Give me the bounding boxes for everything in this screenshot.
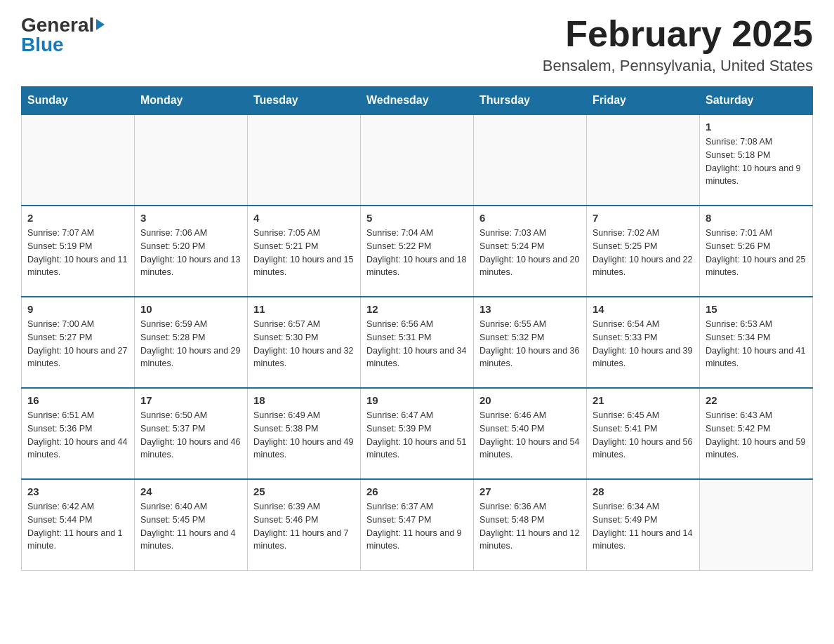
day-info: Sunrise: 6:43 AMSunset: 5:42 PMDaylight:… bbox=[706, 409, 807, 462]
month-title: February 2025 bbox=[543, 14, 813, 54]
day-info: Sunrise: 6:39 AMSunset: 5:46 PMDaylight:… bbox=[253, 500, 355, 553]
day-info: Sunrise: 6:54 AMSunset: 5:33 PMDaylight:… bbox=[593, 318, 694, 370]
day-number: 18 bbox=[253, 394, 355, 406]
day-number: 16 bbox=[27, 394, 128, 406]
calendar-cell bbox=[474, 114, 587, 206]
week-row-4: 16Sunrise: 6:51 AMSunset: 5:36 PMDayligh… bbox=[22, 388, 813, 479]
week-row-1: 1Sunrise: 7:08 AMSunset: 5:18 PMDaylight… bbox=[22, 114, 813, 206]
day-number: 3 bbox=[140, 212, 241, 224]
calendar-cell: 13Sunrise: 6:55 AMSunset: 5:32 PMDayligh… bbox=[474, 297, 587, 388]
day-info: Sunrise: 7:00 AMSunset: 5:27 PMDaylight:… bbox=[27, 318, 128, 370]
weekday-header-thursday: Thursday bbox=[474, 87, 587, 115]
title-area: February 2025 Bensalem, Pennsylvania, Un… bbox=[543, 14, 813, 75]
day-info: Sunrise: 6:59 AMSunset: 5:28 PMDaylight:… bbox=[140, 318, 241, 370]
calendar-cell: 27Sunrise: 6:36 AMSunset: 5:48 PMDayligh… bbox=[474, 479, 587, 570]
day-number: 4 bbox=[253, 212, 355, 224]
logo: General Blue bbox=[21, 14, 105, 56]
day-number: 9 bbox=[27, 303, 128, 315]
weekday-header-monday: Monday bbox=[135, 87, 248, 115]
calendar-cell: 2Sunrise: 7:07 AMSunset: 5:19 PMDaylight… bbox=[22, 206, 135, 297]
day-number: 19 bbox=[366, 394, 468, 406]
weekday-header-row: SundayMondayTuesdayWednesdayThursdayFrid… bbox=[22, 87, 813, 115]
day-info: Sunrise: 6:42 AMSunset: 5:44 PMDaylight:… bbox=[27, 500, 128, 553]
calendar-cell: 6Sunrise: 7:03 AMSunset: 5:24 PMDaylight… bbox=[474, 206, 587, 297]
calendar-cell bbox=[135, 114, 248, 206]
calendar-table: SundayMondayTuesdayWednesdayThursdayFrid… bbox=[21, 86, 813, 571]
day-number: 8 bbox=[706, 212, 807, 224]
calendar-cell bbox=[248, 114, 361, 206]
week-row-5: 23Sunrise: 6:42 AMSunset: 5:44 PMDayligh… bbox=[22, 479, 813, 570]
day-info: Sunrise: 7:07 AMSunset: 5:19 PMDaylight:… bbox=[27, 227, 128, 279]
calendar-cell bbox=[700, 479, 813, 570]
day-info: Sunrise: 6:50 AMSunset: 5:37 PMDaylight:… bbox=[140, 409, 241, 462]
calendar-cell bbox=[22, 114, 135, 206]
calendar-cell: 15Sunrise: 6:53 AMSunset: 5:34 PMDayligh… bbox=[700, 297, 813, 388]
day-number: 28 bbox=[593, 485, 694, 497]
day-info: Sunrise: 6:40 AMSunset: 5:45 PMDaylight:… bbox=[140, 500, 241, 553]
calendar-cell: 26Sunrise: 6:37 AMSunset: 5:47 PMDayligh… bbox=[361, 479, 474, 570]
calendar-cell: 21Sunrise: 6:45 AMSunset: 5:41 PMDayligh… bbox=[587, 388, 700, 479]
calendar-cell: 19Sunrise: 6:47 AMSunset: 5:39 PMDayligh… bbox=[361, 388, 474, 479]
day-info: Sunrise: 6:49 AMSunset: 5:38 PMDaylight:… bbox=[253, 409, 355, 462]
day-info: Sunrise: 7:05 AMSunset: 5:21 PMDaylight:… bbox=[253, 227, 355, 279]
day-info: Sunrise: 6:34 AMSunset: 5:49 PMDaylight:… bbox=[593, 500, 694, 553]
day-info: Sunrise: 6:36 AMSunset: 5:48 PMDaylight:… bbox=[479, 500, 581, 553]
calendar-cell: 3Sunrise: 7:06 AMSunset: 5:20 PMDaylight… bbox=[135, 206, 248, 297]
day-number: 27 bbox=[479, 485, 581, 497]
day-number: 20 bbox=[479, 394, 581, 406]
calendar-cell: 8Sunrise: 7:01 AMSunset: 5:26 PMDaylight… bbox=[700, 206, 813, 297]
day-number: 22 bbox=[706, 394, 807, 406]
calendar-cell bbox=[361, 114, 474, 206]
calendar-cell: 24Sunrise: 6:40 AMSunset: 5:45 PMDayligh… bbox=[135, 479, 248, 570]
day-number: 25 bbox=[253, 485, 355, 497]
day-info: Sunrise: 6:53 AMSunset: 5:34 PMDaylight:… bbox=[706, 318, 807, 370]
day-info: Sunrise: 6:51 AMSunset: 5:36 PMDaylight:… bbox=[27, 409, 128, 462]
day-number: 12 bbox=[366, 303, 468, 315]
day-info: Sunrise: 7:02 AMSunset: 5:25 PMDaylight:… bbox=[593, 227, 694, 279]
calendar-cell: 22Sunrise: 6:43 AMSunset: 5:42 PMDayligh… bbox=[700, 388, 813, 479]
day-number: 1 bbox=[706, 121, 807, 133]
weekday-header-sunday: Sunday bbox=[22, 87, 135, 115]
calendar-cell: 16Sunrise: 6:51 AMSunset: 5:36 PMDayligh… bbox=[22, 388, 135, 479]
calendar-cell: 9Sunrise: 7:00 AMSunset: 5:27 PMDaylight… bbox=[22, 297, 135, 388]
day-info: Sunrise: 6:56 AMSunset: 5:31 PMDaylight:… bbox=[366, 318, 468, 370]
day-info: Sunrise: 7:03 AMSunset: 5:24 PMDaylight:… bbox=[479, 227, 581, 279]
day-info: Sunrise: 6:55 AMSunset: 5:32 PMDaylight:… bbox=[479, 318, 581, 370]
week-row-3: 9Sunrise: 7:00 AMSunset: 5:27 PMDaylight… bbox=[22, 297, 813, 388]
calendar-cell: 1Sunrise: 7:08 AMSunset: 5:18 PMDaylight… bbox=[700, 114, 813, 206]
day-number: 5 bbox=[366, 212, 468, 224]
day-info: Sunrise: 6:37 AMSunset: 5:47 PMDaylight:… bbox=[366, 500, 468, 553]
calendar-cell: 18Sunrise: 6:49 AMSunset: 5:38 PMDayligh… bbox=[248, 388, 361, 479]
day-info: Sunrise: 7:06 AMSunset: 5:20 PMDaylight:… bbox=[140, 227, 241, 279]
day-number: 14 bbox=[593, 303, 694, 315]
calendar-cell: 17Sunrise: 6:50 AMSunset: 5:37 PMDayligh… bbox=[135, 388, 248, 479]
day-number: 13 bbox=[479, 303, 581, 315]
day-info: Sunrise: 7:04 AMSunset: 5:22 PMDaylight:… bbox=[366, 227, 468, 279]
calendar-cell: 14Sunrise: 6:54 AMSunset: 5:33 PMDayligh… bbox=[587, 297, 700, 388]
day-number: 10 bbox=[140, 303, 241, 315]
weekday-header-friday: Friday bbox=[587, 87, 700, 115]
day-info: Sunrise: 6:47 AMSunset: 5:39 PMDaylight:… bbox=[366, 409, 468, 462]
calendar-cell: 10Sunrise: 6:59 AMSunset: 5:28 PMDayligh… bbox=[135, 297, 248, 388]
day-number: 15 bbox=[706, 303, 807, 315]
calendar-cell: 20Sunrise: 6:46 AMSunset: 5:40 PMDayligh… bbox=[474, 388, 587, 479]
day-number: 6 bbox=[479, 212, 581, 224]
day-info: Sunrise: 7:01 AMSunset: 5:26 PMDaylight:… bbox=[706, 227, 807, 279]
calendar-cell: 11Sunrise: 6:57 AMSunset: 5:30 PMDayligh… bbox=[248, 297, 361, 388]
day-number: 7 bbox=[593, 212, 694, 224]
day-number: 17 bbox=[140, 394, 241, 406]
day-info: Sunrise: 6:46 AMSunset: 5:40 PMDaylight:… bbox=[479, 409, 581, 462]
day-number: 24 bbox=[140, 485, 241, 497]
day-number: 23 bbox=[27, 485, 128, 497]
calendar-cell: 5Sunrise: 7:04 AMSunset: 5:22 PMDaylight… bbox=[361, 206, 474, 297]
weekday-header-saturday: Saturday bbox=[700, 87, 813, 115]
day-number: 2 bbox=[27, 212, 128, 224]
location-title: Bensalem, Pennsylvania, United States bbox=[543, 57, 813, 75]
week-row-2: 2Sunrise: 7:07 AMSunset: 5:19 PMDaylight… bbox=[22, 206, 813, 297]
calendar-cell: 28Sunrise: 6:34 AMSunset: 5:49 PMDayligh… bbox=[587, 479, 700, 570]
header: General Blue February 2025 Bensalem, Pen… bbox=[21, 14, 813, 75]
day-number: 26 bbox=[366, 485, 468, 497]
weekday-header-tuesday: Tuesday bbox=[248, 87, 361, 115]
logo-arrow-icon bbox=[96, 19, 105, 30]
day-info: Sunrise: 6:57 AMSunset: 5:30 PMDaylight:… bbox=[253, 318, 355, 370]
